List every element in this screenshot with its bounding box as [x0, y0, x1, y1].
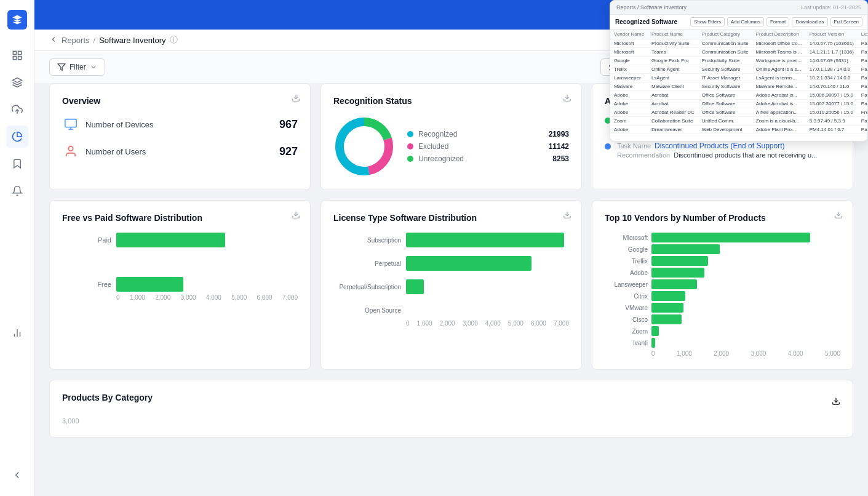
donut-chart	[333, 116, 395, 177]
insight-task-value-2[interactable]: Discontinued Products (End of Support)	[655, 142, 784, 150]
overlay-full-screen-btn[interactable]: Full Screen	[830, 17, 862, 26]
overview-export-btn[interactable]	[292, 94, 300, 105]
sidebar-item-bookmarks[interactable]	[6, 153, 28, 175]
vendor-zoom-fill	[651, 326, 659, 336]
vendor-adobe: Adobe	[605, 268, 840, 278]
sidebar-item-upload[interactable]	[6, 98, 28, 121]
overlay-add-columns-btn[interactable]: Add Columns	[727, 17, 764, 26]
vendors-title: Top 10 Vendors by Number of Products	[605, 213, 840, 223]
table-row[interactable]: GoogleGoogle Pack ProProductivity SuiteW…	[610, 57, 867, 65]
app-logo[interactable]	[7, 10, 27, 30]
overlay-table-body: MicrosoftProductivity SuiteCommunication…	[610, 39, 867, 135]
sidebar-item-dashboard[interactable]	[6, 44, 28, 66]
table-row[interactable]: AdobeDreamweaverWeb DevelopmentAdobe Pla…	[610, 126, 867, 134]
table-row[interactable]: ZoomCollaboration SuiteUnified Comm.Zoom…	[610, 117, 867, 126]
sidebar-item-reports[interactable]	[6, 126, 28, 148]
vendor-zoom-track	[651, 326, 840, 336]
recognized-dot	[407, 131, 413, 137]
sidebar	[0, 0, 34, 496]
breadcrumb-parent[interactable]: Reports	[62, 36, 90, 45]
users-value: 927	[279, 145, 298, 158]
vendor-google-label: Google	[605, 246, 648, 253]
sidebar-collapse-btn[interactable]	[6, 464, 28, 486]
insight-task-label-2: Task Name	[617, 142, 651, 150]
table-row[interactable]: AdobeAcrobatOffice SoftwareAdobe Acrobat…	[610, 100, 867, 108]
recognition-title: Recognition Status	[333, 96, 569, 106]
legend-items: Recognized 21993 Excluded 11142 Unrecogn…	[407, 130, 569, 163]
license-type-export-btn[interactable]	[563, 210, 571, 222]
license-chart: Subscription Perpetual	[333, 233, 569, 327]
breadcrumb-info-icon[interactable]: ⓘ	[170, 34, 178, 46]
vendor-trellix: Trellix	[605, 256, 840, 266]
table-row[interactable]: TrellixOnline AgentSecurity SoftwareOnli…	[610, 65, 867, 74]
vendor-trellix-label: Trellix	[605, 258, 648, 265]
open-source-track	[406, 303, 569, 318]
sidebar-item-analytics[interactable]	[6, 322, 28, 344]
overlay-table-card: Reports / Software Inventory Last update…	[610, 0, 868, 142]
excluded-label: Excluded	[418, 142, 544, 151]
free-paid-bars: Paid Free	[62, 233, 298, 292]
table-row[interactable]: VMwareIT InfrastructureDatabase SystemsS…	[610, 134, 867, 135]
svg-marker-4	[12, 78, 22, 83]
recognized-value: 21993	[549, 130, 569, 138]
vendor-ivanti-track	[651, 338, 840, 348]
paid-fill	[116, 233, 225, 247]
vendor-adobe-label: Adobe	[605, 270, 648, 276]
excluded-dot	[407, 143, 413, 150]
perp-sub-track	[406, 279, 569, 294]
unrecognized-dot	[407, 156, 413, 162]
unrecognized-label: Unrecognized	[418, 154, 547, 163]
table-row[interactable]: MicrosoftProductivity SuiteCommunication…	[610, 39, 867, 48]
insight-item-2: Task Name Discontinued Products (End of …	[605, 142, 840, 160]
license-type-title: License Type Software Distribution	[333, 213, 569, 223]
table-row[interactable]: AdobeAcrobatOffice SoftwareAdobe Acrobat…	[610, 91, 867, 100]
free-paid-card: Free vs Paid Software Distribution Paid	[49, 200, 311, 370]
vendor-citrix-track	[651, 291, 840, 301]
col-product: Product Name	[648, 30, 698, 39]
vendor-vmware-fill	[651, 303, 683, 313]
vendor-cisco: Cisco	[605, 314, 840, 324]
table-row[interactable]: LansweeperLsAgentIT Asset ManagerLsAgent…	[610, 74, 867, 82]
insight-rec-label-2: Recommendation	[617, 151, 670, 159]
table-row[interactable]: MalwareMalware ClientSecurity SoftwareMa…	[610, 82, 867, 91]
overlay-table-container[interactable]: Vendor Name Product Name Product Categor…	[610, 30, 867, 134]
col-license-phase: License Phase	[858, 30, 867, 39]
overlay-table-title: Recognized Software	[615, 18, 677, 25]
vendor-adobe-fill	[651, 268, 704, 278]
overlay-show-filters-btn[interactable]: Show Filters	[690, 17, 725, 26]
users-label: Number of Users	[86, 147, 273, 156]
col-description: Product Description	[752, 30, 806, 39]
vendor-vmware-label: VMware	[605, 305, 648, 311]
table-row[interactable]: MicrosoftTeamsCommunication SuiteMicroso…	[610, 48, 867, 57]
vendor-zoom: Zoom	[605, 326, 840, 336]
paid-bar-item: Paid	[62, 233, 298, 247]
table-row[interactable]: AdobeAcrobat Reader DCOffice SoftwareA f…	[610, 108, 867, 117]
free-paid-export-btn[interactable]	[292, 210, 300, 222]
recognition-export-btn[interactable]	[563, 94, 571, 105]
sidebar-item-alerts[interactable]	[6, 180, 28, 202]
vendors-export-btn[interactable]	[834, 210, 843, 222]
vendor-ivanti: Ivanti	[605, 338, 840, 348]
svg-marker-11	[58, 64, 65, 71]
overview-title: Overview	[62, 96, 298, 106]
overlay-toolbar: Recognized Software Show Filters Add Col…	[610, 15, 867, 30]
breadcrumb-back[interactable]	[49, 35, 58, 46]
legend-excluded: Excluded 11142	[407, 142, 569, 151]
filter-button[interactable]: Filter	[49, 58, 105, 76]
vendors-chart: Microsoft Google Trellix	[605, 233, 840, 357]
perpetual-label: Perpetual	[333, 260, 401, 267]
vendor-google-fill	[651, 244, 720, 254]
sidebar-item-assets[interactable]	[6, 71, 28, 94]
svg-rect-1	[18, 51, 21, 54]
free-bar-item: Free	[62, 277, 298, 292]
vendor-vmware-track	[651, 303, 840, 313]
vendor-lansweeper-label: Lansweeper	[605, 281, 648, 288]
dashboard: Overview Number of Devices 967	[34, 83, 868, 496]
overlay-download-btn[interactable]: Download as	[792, 17, 827, 26]
subscription-bar: Subscription	[333, 233, 569, 247]
free-paid-title: Free vs Paid Software Distribution	[62, 213, 298, 223]
vendor-adobe-track	[651, 268, 840, 278]
products-export-btn[interactable]	[832, 397, 840, 408]
overlay-table-header: Vendor Name Product Name Product Categor…	[610, 30, 867, 39]
overlay-format-btn[interactable]: Format	[766, 17, 789, 26]
